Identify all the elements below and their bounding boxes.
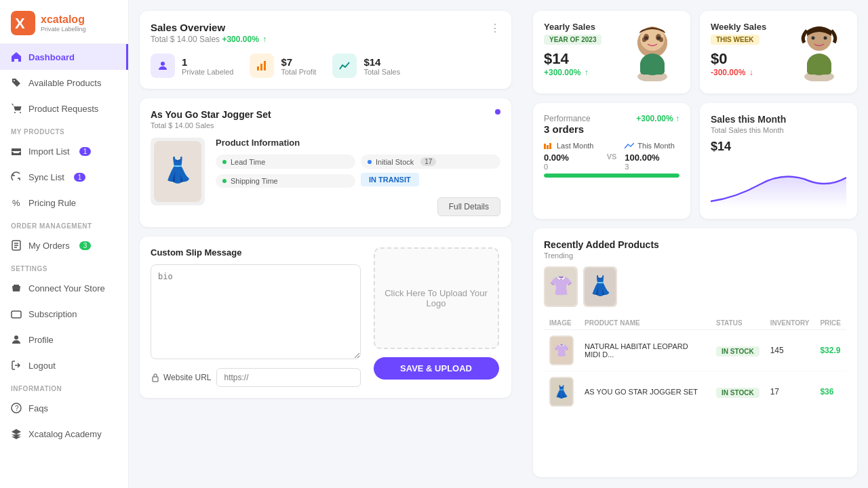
svg-text:X: X xyxy=(15,15,25,32)
slip-textarea[interactable] xyxy=(151,264,361,359)
sales-stats: 1 Private Labeled $7 Total Profit xyxy=(151,54,500,78)
inbox-icon xyxy=(11,146,22,157)
xcatalog-academy-label: Xcatalog Academy xyxy=(28,429,102,439)
sidebar-item-pricing-rule[interactable]: % Pricing Rule xyxy=(0,190,128,216)
profit-icon xyxy=(250,54,274,78)
avatar-3d-weekly xyxy=(794,24,845,81)
thumb-jogger: 👗 xyxy=(583,266,617,307)
sidebar-item-product-requests[interactable]: Product Requests xyxy=(0,96,128,121)
yearly-value: $14 xyxy=(544,50,601,68)
connect-store-label: Connect Your Store xyxy=(28,283,105,293)
last-month-chart-icon xyxy=(544,142,553,149)
yearly-sales-title: Yearly Sales xyxy=(544,22,601,32)
sales-total-label: Total $ 14.00 Sales xyxy=(151,35,220,44)
status-jogger: IN STOCK xyxy=(716,388,760,398)
product-name-jogger: AS YOU GO STAR JOGGER SET xyxy=(579,371,711,413)
perf-arrow-icon: ↑ xyxy=(675,114,679,123)
initial-stock-value: 17 xyxy=(420,157,436,166)
url-row: Website URL xyxy=(151,368,361,387)
faqs-label: Faqs xyxy=(28,403,48,413)
save-upload-button[interactable]: SAVE & UPLOAD xyxy=(374,357,499,380)
weekly-avatar xyxy=(792,22,846,83)
svg-point-32 xyxy=(811,36,814,39)
table-row: 👚 NATURAL HABITAT LEOPARD MIDI D... IN S… xyxy=(544,330,846,371)
xcatalog-logo-icon: X xyxy=(11,11,35,35)
academy-icon xyxy=(11,428,22,439)
app-name: xcatalog xyxy=(41,13,86,26)
product-thumb-jogger: 👗 xyxy=(549,377,574,407)
products-table-body: 👚 NATURAL HABITAT LEOPARD MIDI D... IN S… xyxy=(544,330,846,413)
sales-month-card: Sales this Month Total Sales this Month … xyxy=(700,103,857,219)
last-month-label: Last Month xyxy=(544,142,599,150)
col-product-name: PRODUCT NAME xyxy=(579,317,711,330)
url-label: Website URL xyxy=(151,373,211,382)
sidebar-item-profile[interactable]: Profile xyxy=(0,327,128,352)
performance-label: Performance xyxy=(544,114,591,123)
progress-fill xyxy=(544,174,679,178)
svg-point-11 xyxy=(161,62,165,66)
store-icon xyxy=(11,283,22,293)
products-table: IMAGE PRODUCT NAME STATUS INVENTORY PRIC… xyxy=(544,317,846,412)
avatar-3d-yearly xyxy=(627,24,678,81)
svg-rect-17 xyxy=(153,377,158,382)
this-month-chart-icon xyxy=(625,142,634,149)
order-section-label: ORDER MANAGEMENT xyxy=(0,216,128,232)
subscription-label: Subscription xyxy=(28,309,77,319)
sidebar-item-available-products[interactable]: Available Products xyxy=(0,70,128,96)
yearly-badge: YEAR OF 2023 xyxy=(544,35,601,45)
sidebar-item-import-list[interactable]: Import List 1 xyxy=(0,138,128,164)
import-list-badge: 1 xyxy=(79,147,92,156)
sidebar-item-sync-list[interactable]: Sync List 1 xyxy=(0,164,128,190)
tag-icon xyxy=(11,77,22,88)
import-list-label: Import List xyxy=(28,146,70,157)
center-panel: Sales Overview Total $ 14.00 Sales +300.… xyxy=(129,0,522,488)
url-input[interactable] xyxy=(216,368,361,387)
product-title: As You Go Star Jogger Set xyxy=(151,109,271,120)
sidebar-item-subscription[interactable]: Subscription xyxy=(0,301,128,327)
col-inventory: INVENTORY xyxy=(765,317,815,330)
sidebar-item-connect-store[interactable]: Connect Your Store xyxy=(0,275,128,301)
last-month-pct: 0.00% xyxy=(544,152,599,163)
comparison-row: Last Month 0.00% 0 VS This Month 100.00%… xyxy=(544,142,679,171)
stat-total-sales: $14 Total Sales xyxy=(332,54,400,78)
recently-added-card: Recently Added Products Trending 👚 👗 xyxy=(533,228,857,477)
full-details-button[interactable]: Full Details xyxy=(437,197,500,216)
private-labeled-icon xyxy=(151,54,175,78)
sales-overview-card: Sales Overview Total $ 14.00 Sales +300.… xyxy=(140,11,511,89)
lead-time-badge: Lead Time xyxy=(216,155,355,169)
svg-text:👚: 👚 xyxy=(554,343,570,358)
sidebar-item-my-orders[interactable]: My Orders 3 xyxy=(0,232,128,258)
sales-month-value: $14 xyxy=(711,140,846,154)
product-card: As You Go Star Jogger Set Total $ 14.00 … xyxy=(140,98,511,227)
initial-stock-badge: Initial Stock 17 xyxy=(361,155,500,169)
sidebar-item-xcatalog-academy[interactable]: Xcatalog Academy xyxy=(0,421,128,447)
top-cards: Yearly Sales YEAR OF 2023 $14 +300.00% ↑ xyxy=(533,11,857,94)
total-profit-label: Total Profit xyxy=(281,68,316,76)
logo: X xcatalog Private Labelling xyxy=(0,0,128,44)
sidebar-item-logout[interactable]: Logout xyxy=(0,352,128,378)
this-month-num: 3 xyxy=(625,163,679,171)
initial-stock-dot xyxy=(368,160,372,164)
sales-overview-menu-icon[interactable]: ⋮ xyxy=(490,22,500,35)
profile-label: Profile xyxy=(28,335,54,345)
sales-month-title: Sales this Month xyxy=(711,114,846,125)
sales-meta: Total $ 14.00 Sales +300.00% ↑ xyxy=(151,35,267,44)
cart-icon xyxy=(11,103,22,114)
trending-label: Trending xyxy=(544,251,846,260)
upload-logo-box[interactable]: Click Here To Upload Your Logo xyxy=(374,247,499,349)
percent-icon: % xyxy=(11,197,22,208)
lead-time-dot xyxy=(222,160,226,164)
middle-cards: Performance 3 orders +300.00% ↑ Last Mon… xyxy=(533,103,857,219)
svg-text:👚: 👚 xyxy=(549,274,573,297)
shipping-time-badge: Shipping Time xyxy=(216,174,355,188)
my-orders-label: My Orders xyxy=(28,241,70,251)
sales-overview-title: Sales Overview xyxy=(151,22,267,33)
shipping-time-dot xyxy=(222,179,226,183)
upload-text: Click Here To Upload Your Logo xyxy=(382,288,491,308)
sidebar-item-faqs[interactable]: ? Faqs xyxy=(0,395,128,421)
svg-rect-13 xyxy=(260,64,262,70)
faq-icon: ? xyxy=(11,403,22,413)
recently-added-title: Recently Added Products xyxy=(544,239,846,250)
product-info-grid: Lead Time Initial Stock 17 Shipping Time xyxy=(216,155,500,188)
sidebar-item-dashboard[interactable]: Dashboard xyxy=(0,44,128,70)
